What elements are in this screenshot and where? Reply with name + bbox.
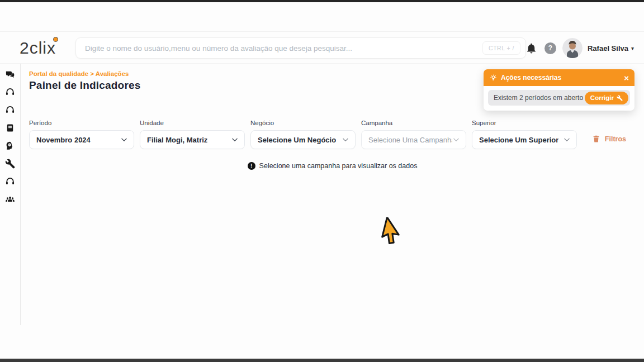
clear-filters-button[interactable]: Filtros	[592, 135, 626, 143]
open-periods-row: Existem 2 períodos em aberto Corrigir	[488, 90, 630, 106]
logo-text: 2clix	[20, 39, 56, 57]
headset-icon	[5, 105, 15, 115]
chevron-down-icon	[563, 136, 571, 144]
unidade-select[interactable]: Filial Mogi, Matriz	[140, 130, 245, 149]
negocio-select[interactable]: Selecione Um Negócio	[250, 130, 356, 149]
top-accent-bar	[0, 0, 644, 2]
actions-needed-header: Ações necessárias ×	[484, 69, 634, 86]
header: 2clix CTRL + / ? Rafael Silva ▾	[0, 31, 644, 64]
sidebar-item-users[interactable]	[3, 192, 17, 207]
corrigir-button[interactable]: Corrigir	[585, 92, 628, 104]
filter-field-campanha: Campanha Selecione Uma Campanha	[361, 120, 466, 149]
header-actions: ? Rafael Silva ▾	[525, 32, 634, 64]
actions-needed-panel: Ações necessárias × Existem 2 períodos e…	[484, 69, 634, 111]
periodo-label: Período	[29, 120, 134, 126]
negocio-label: Negócio	[250, 120, 356, 126]
filter-bar: Período Novembro 2024 Unidade Filial Mog…	[29, 120, 644, 149]
chevron-down-icon	[452, 136, 460, 144]
search-shortcut-badge: CTRL + /	[482, 41, 520, 55]
campanha-select[interactable]: Selecione Uma Campanha	[361, 130, 466, 149]
sidebar-item-headset-3[interactable]	[3, 174, 17, 189]
sidebar-item-chat[interactable]	[3, 67, 17, 82]
trash-icon	[592, 135, 600, 143]
head-gear-icon	[5, 141, 15, 151]
sidebar	[0, 64, 21, 325]
avatar[interactable]	[562, 38, 583, 58]
chevron-down-icon	[342, 136, 349, 144]
logo[interactable]: 2clix	[20, 39, 56, 58]
bottom-accent-bar	[0, 359, 644, 362]
help-button[interactable]: ?	[544, 42, 556, 54]
chevron-down-icon	[120, 136, 128, 144]
filter-field-superior: Superior Selecione Um Superior	[472, 120, 577, 149]
filter-field-periodo: Período Novembro 2024	[29, 120, 134, 149]
bell-icon[interactable]	[525, 42, 537, 54]
filter-field-unidade: Unidade Filial Mogi, Matriz	[140, 120, 245, 149]
chevron-down-icon	[231, 136, 239, 144]
sidebar-item-headset-2[interactable]	[3, 103, 17, 117]
wrench-icon	[5, 159, 15, 169]
user-name[interactable]: Rafael Silva	[588, 44, 628, 53]
headset-icon	[5, 87, 15, 97]
logo-dot-icon	[53, 37, 58, 42]
book-icon	[5, 123, 15, 133]
wrench-icon	[617, 95, 623, 101]
sidebar-item-book[interactable]	[3, 121, 17, 135]
user-menu-caret-icon[interactable]: ▾	[631, 45, 634, 51]
empty-state-message: Selecione uma campanha para visualizar o…	[259, 162, 418, 170]
periodo-select[interactable]: Novembro 2024	[29, 130, 134, 149]
search-box[interactable]: CTRL + /	[75, 37, 526, 59]
chat-icon	[5, 69, 15, 79]
search-input[interactable]	[76, 44, 482, 53]
campanha-label: Campanha	[361, 120, 466, 126]
users-icon	[5, 194, 15, 204]
sidebar-item-head-gear[interactable]	[3, 139, 17, 153]
actions-needed-title: Ações necessárias	[501, 74, 624, 82]
headset-icon	[5, 177, 15, 187]
sidebar-item-wrench[interactable]	[3, 156, 17, 171]
alert-icon: !	[248, 162, 255, 170]
lightbulb-icon	[489, 74, 498, 82]
empty-state: ! Selecione uma campanha para visualizar…	[21, 162, 644, 170]
superior-label: Superior	[472, 120, 577, 126]
app-window: 2clix CTRL + / ? Rafael Silva ▾	[0, 0, 644, 362]
actions-needed-body: Existem 2 períodos em aberto Corrigir	[484, 86, 634, 111]
open-periods-message: Existem 2 períodos em aberto	[494, 94, 583, 102]
close-icon[interactable]: ×	[624, 74, 629, 82]
superior-select[interactable]: Selecione Um Superior	[472, 130, 577, 149]
unidade-label: Unidade	[140, 120, 245, 126]
filter-field-negocio: Negócio Selecione Um Negócio	[250, 120, 356, 149]
sidebar-item-headset-1[interactable]	[3, 85, 17, 99]
